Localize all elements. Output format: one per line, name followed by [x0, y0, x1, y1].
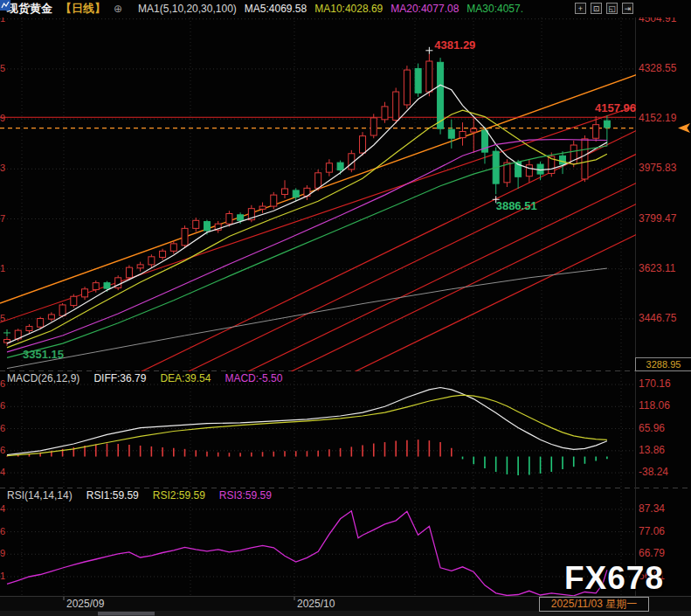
candle-body[interactable] — [582, 139, 588, 179]
price-axis-left-digit: 1 — [0, 263, 8, 273]
trading-chart-window: 现货黄金 【日线】 ⊕ MA1(5,10,20,30,100) MA5:4069… — [0, 0, 691, 616]
price-axis-left-digit: 5 — [0, 313, 8, 323]
candle-body[interactable] — [448, 129, 454, 138]
macd-axis-label: 118.06 — [639, 399, 670, 412]
candle-body[interactable] — [393, 92, 399, 120]
macd-axis-left-digit: 6 — [0, 445, 8, 455]
toolbar-icons: + ⊡ ◱ ⇥ — [575, 3, 633, 14]
rsi-axis-left-digit: 6 — [0, 526, 8, 536]
macd-axis-left-digit: 6 — [0, 400, 8, 411]
exit-fullscreen-icon[interactable]: ⇥ — [622, 3, 633, 14]
price-axis-label: 3799.47 — [639, 212, 676, 225]
x-axis-label-october: 2025/10 — [297, 598, 335, 610]
candle-body[interactable] — [460, 131, 466, 137]
candle-body[interactable] — [293, 190, 299, 197]
rsi-axis-label: 66.79 — [639, 547, 665, 559]
macd-axis-left-digit: 4 — [0, 467, 8, 477]
candle-body[interactable] — [504, 163, 510, 183]
candle-body[interactable] — [560, 156, 566, 164]
candle-body[interactable] — [382, 107, 388, 120]
candle-body[interactable] — [126, 267, 132, 278]
macd-settings-label: MACD(26,12,9) — [7, 372, 79, 384]
main-price-panel[interactable] — [0, 47, 691, 544]
candle-body[interactable] — [537, 164, 543, 174]
price-axis-label: 4152.19 — [639, 112, 676, 124]
macd-bar-value: MACD:-5.50 — [225, 372, 282, 384]
pan-mode-icon[interactable]: ◱ — [606, 3, 618, 14]
candle-body[interactable] — [182, 228, 188, 245]
rsi-axis-left-digit: 1 — [0, 571, 8, 581]
candle-body[interactable] — [426, 61, 432, 92]
candle-body[interactable] — [149, 257, 155, 265]
rsi-axis-left-digit: 4 — [0, 503, 8, 514]
ma-line-ma10 — [7, 110, 607, 348]
trend-line[interactable] — [0, 156, 691, 492]
macd-legend: MACD(26,12,9) DIFF:36.79 DEA:39.54 MACD:… — [7, 372, 282, 384]
price-annotation: 4381.29 — [434, 38, 475, 52]
macd-dea-value: DEA:39.54 — [160, 372, 211, 384]
candle-body[interactable] — [337, 163, 343, 170]
candle-body[interactable] — [526, 165, 532, 176]
candle-body[interactable] — [48, 315, 54, 319]
candle-body[interactable] — [404, 70, 410, 105]
candle-body[interactable] — [160, 251, 166, 257]
chart-canvas[interactable]: 4381.294157.963886.513351.15 — [0, 0, 691, 616]
rsi2-value: RSI2:59.59 — [153, 489, 205, 502]
macd-axis-left-digit: 6 — [0, 423, 8, 433]
candle-body[interactable] — [604, 121, 610, 128]
candle-body[interactable] — [137, 265, 143, 268]
candle-body[interactable] — [271, 195, 277, 206]
price-axis-label: 3623.11 — [639, 262, 676, 274]
candle-body[interactable] — [170, 244, 176, 251]
price-axis-label: 4328.55 — [639, 62, 676, 74]
ma-line-ma5 — [7, 85, 607, 343]
timeframe-label[interactable]: 【日线】 — [60, 1, 106, 17]
ma-line-ma30 — [7, 146, 607, 357]
candle-body[interactable] — [226, 214, 232, 225]
candle-body[interactable] — [204, 222, 210, 231]
candle-body[interactable] — [438, 62, 444, 128]
axis-zoom-icon[interactable]: ⊡ — [591, 3, 602, 14]
candle-body[interactable] — [59, 305, 66, 315]
candle-body[interactable] — [82, 289, 88, 297]
candle-body[interactable] — [93, 283, 99, 290]
candle-body[interactable] — [38, 319, 44, 328]
candle-body[interactable] — [259, 206, 266, 209]
macd-axis-label: 170.16 — [639, 377, 671, 390]
ma30-value: MA30:4057. — [466, 3, 523, 15]
rsi3-value: RSI3:59.59 — [219, 489, 272, 502]
crosshair-icon[interactable]: + — [575, 3, 586, 14]
candle-body[interactable] — [471, 128, 477, 132]
price-annotation: 3886.51 — [496, 199, 537, 212]
watermark: FX678 — [564, 560, 664, 597]
candle-body[interactable] — [370, 118, 377, 135]
candle-body[interactable] — [104, 283, 110, 288]
candle-body[interactable] — [326, 163, 332, 172]
visible-low-badge: 3288.95 — [635, 357, 691, 371]
candle-body[interactable] — [193, 220, 199, 228]
price-axis-label: 3975.83 — [639, 162, 676, 174]
candle-body[interactable] — [315, 173, 321, 189]
trend-line[interactable] — [0, 177, 691, 513]
compare-icon[interactable]: ⊕ — [114, 3, 122, 15]
macd-panel[interactable] — [7, 388, 607, 475]
rsi-settings-label: RSI(14,14,14) — [7, 489, 73, 502]
candle-body[interactable] — [26, 327, 32, 331]
scrollbar-thumb[interactable] — [98, 612, 155, 616]
x-axis-label-september: 2025/09 — [66, 598, 104, 610]
macd-axis-label: -38.24 — [639, 466, 668, 478]
candle-body[interactable] — [593, 125, 599, 139]
macd-axis-label: 13.86 — [639, 444, 665, 456]
candle-body[interactable] — [360, 136, 366, 153]
current-price-arrow-icon — [678, 123, 690, 133]
candle-body[interactable] — [282, 189, 288, 194]
price-annotation: 3351.15 — [23, 348, 64, 361]
price-axis-label: 3446.75 — [639, 312, 676, 324]
ma20-value: MA20:4077.08 — [390, 3, 459, 15]
rsi-panel[interactable] — [7, 511, 607, 596]
candle-body[interactable] — [238, 215, 244, 220]
macd-dea-line — [7, 395, 607, 455]
candle-body[interactable] — [71, 296, 77, 305]
candle-body[interactable] — [415, 68, 421, 93]
price-axis-left-digit: 7 — [0, 213, 8, 224]
